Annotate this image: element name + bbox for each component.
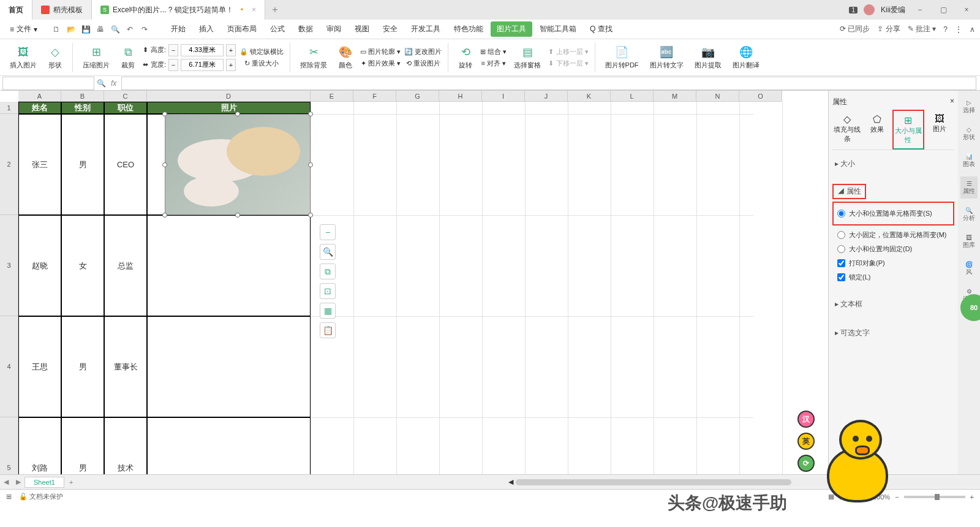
insert-picture-button[interactable]: 🖼插入图片: [6, 44, 40, 71]
menutab-view[interactable]: 视图: [349, 21, 375, 37]
height-dec[interactable]: −: [168, 44, 178, 56]
sync-status[interactable]: ⟳ 已同步: [840, 24, 870, 34]
effect-button[interactable]: ✦ 图片效果 ▾: [361, 59, 401, 68]
resize-handle[interactable]: [308, 162, 313, 167]
radio-move-only[interactable]: 大小固定，位置随单元格而变(M): [832, 228, 954, 242]
rotate-button[interactable]: ⟲旋转: [454, 44, 477, 71]
sheet-tab-1[interactable]: Sheet1: [24, 477, 64, 488]
undo-icon[interactable]: ↶: [124, 24, 135, 35]
table-cell[interactable]: [147, 417, 311, 474]
menutab-review[interactable]: 审阅: [320, 21, 347, 37]
menutab-insert[interactable]: 插入: [193, 21, 220, 37]
crop-tool[interactable]: ⧉: [320, 264, 336, 279]
sheet-next[interactable]: ▶: [12, 478, 24, 486]
table-cell[interactable]: 女: [61, 215, 104, 316]
menutab-data[interactable]: 数据: [292, 21, 319, 37]
col-header[interactable]: N: [696, 91, 739, 102]
width-input[interactable]: [181, 59, 224, 71]
remove-bg-button[interactable]: ✂抠除背景: [296, 44, 331, 71]
tab-document[interactable]: SExcel中的图片... ? 锁定技巧超简单！•×: [92, 0, 265, 20]
menutab-smart[interactable]: 智能工具箱: [533, 21, 582, 37]
section-size[interactable]: ▸ 大小: [832, 155, 954, 173]
menutab-layout[interactable]: 页面布局: [221, 21, 263, 37]
section-alt[interactable]: ▸ 可选文字: [832, 324, 954, 342]
combine-button[interactable]: ⊞ 组合 ▾: [480, 47, 507, 56]
col-header[interactable]: I: [482, 91, 525, 102]
side-select[interactable]: ▷选择: [960, 96, 978, 118]
reset-size-button[interactable]: ↻ 重设大小: [244, 59, 279, 68]
zoom-slider[interactable]: [904, 496, 965, 498]
check-lock[interactable]: 锁定(L): [832, 270, 954, 284]
side-shape[interactable]: ◇形状: [960, 123, 978, 145]
translate-button[interactable]: 🌐图片翻译: [729, 44, 763, 71]
col-header[interactable]: G: [396, 91, 439, 102]
table-cell[interactable]: 刘路: [18, 417, 61, 474]
bring-forward-button[interactable]: ⬆ 上移一层 ▾: [548, 47, 588, 56]
table-cell[interactable]: 男: [61, 417, 104, 474]
table-cell[interactable]: 王思: [18, 316, 61, 417]
resize-handle[interactable]: [235, 213, 240, 218]
side-wind[interactable]: 🌀风: [960, 257, 978, 279]
radio-move-size[interactable]: 大小和位置随单元格而变(S): [837, 207, 949, 221]
change-pic-button[interactable]: 🔄 更改图片: [404, 47, 442, 56]
tab-add[interactable]: +: [265, 4, 285, 15]
compress-button[interactable]: ⊞压缩图片: [79, 44, 113, 71]
check-print[interactable]: 打印对象(P): [832, 256, 954, 270]
to-pdf-button[interactable]: 📄图片转PDF: [601, 44, 643, 71]
col-header[interactable]: M: [654, 91, 696, 102]
section-properties[interactable]: ◢ 属性: [832, 184, 866, 199]
collapse-ribbon-icon[interactable]: ∧: [970, 25, 975, 34]
name-box[interactable]: [2, 77, 94, 90]
table-cell[interactable]: 男: [61, 316, 104, 417]
height-inc[interactable]: +: [226, 44, 236, 56]
extract-button[interactable]: 📷图片提取: [691, 44, 725, 71]
menutab-feature[interactable]: 特色功能: [448, 21, 489, 37]
crop-button[interactable]: ⧉裁剪: [117, 44, 139, 71]
menutab-dev[interactable]: 开发工具: [405, 21, 447, 37]
panel-tab-size[interactable]: ⊞大小与属性: [892, 110, 925, 150]
sheet-prev[interactable]: ◀: [0, 478, 12, 486]
radio-fixed[interactable]: 大小和位置均固定(D): [832, 242, 954, 256]
col-header[interactable]: F: [353, 91, 396, 102]
panel-tab-picture[interactable]: 🖼图片: [924, 110, 954, 150]
close-window-icon[interactable]: ×: [958, 1, 975, 18]
resize-handle[interactable]: [162, 112, 167, 116]
resize-handle[interactable]: [235, 112, 240, 116]
comment-button[interactable]: ✎ 批注 ▾: [908, 24, 937, 34]
menutab-start[interactable]: 开始: [165, 21, 192, 37]
col-header[interactable]: O: [739, 91, 782, 102]
menutab-formula[interactable]: 公式: [264, 21, 291, 37]
resize-handle[interactable]: [308, 213, 313, 218]
panel-tab-effect[interactable]: ⬠效果: [862, 110, 892, 150]
col-header[interactable]: D: [147, 91, 311, 102]
layer-tool[interactable]: ▦: [320, 303, 336, 319]
table-cell[interactable]: 总监: [104, 215, 147, 316]
selection-pane-button[interactable]: ▤选择窗格: [510, 44, 545, 71]
close-icon[interactable]: ×: [252, 6, 256, 14]
align-button[interactable]: ≡ 对齐 ▾: [481, 59, 507, 68]
color-button[interactable]: 🎨颜色: [334, 44, 356, 71]
row-header[interactable]: 5: [0, 417, 18, 474]
zoom-out-tool[interactable]: −: [320, 224, 336, 240]
col-header[interactable]: K: [568, 91, 611, 102]
lock-ratio-check[interactable]: 🔒 锁定纵横比: [239, 47, 284, 56]
save-icon[interactable]: 💾: [80, 24, 91, 35]
spreadsheet-grid[interactable]: ABCDEFGHIJKLMNO 12345 姓名性别职位照片张三男CEO赵晓女总…: [0, 91, 828, 474]
file-menu[interactable]: ≡ 文件 ▾: [5, 24, 42, 34]
table-cell[interactable]: [147, 316, 311, 417]
zoom-in-tool[interactable]: 🔍: [320, 244, 336, 260]
formula-input[interactable]: [121, 77, 976, 90]
outline-button[interactable]: ▭ 图片轮廓 ▾: [360, 47, 401, 56]
grid-icon[interactable]: ⊞: [6, 493, 12, 501]
more-tool[interactable]: 📋: [320, 322, 336, 338]
row-header[interactable]: 1: [0, 102, 18, 114]
table-cell[interactable]: 张三: [18, 114, 61, 215]
col-header[interactable]: E: [311, 91, 353, 102]
share-button[interactable]: ⇪ 分享: [877, 24, 900, 34]
redo-icon[interactable]: ↷: [139, 24, 150, 35]
resize-handle[interactable]: [308, 112, 313, 116]
more-icon[interactable]: ⋮: [955, 25, 962, 34]
side-analyze[interactable]: 🔍分析: [960, 203, 978, 226]
table-cell[interactable]: CEO: [104, 114, 147, 215]
width-dec[interactable]: −: [168, 59, 178, 71]
